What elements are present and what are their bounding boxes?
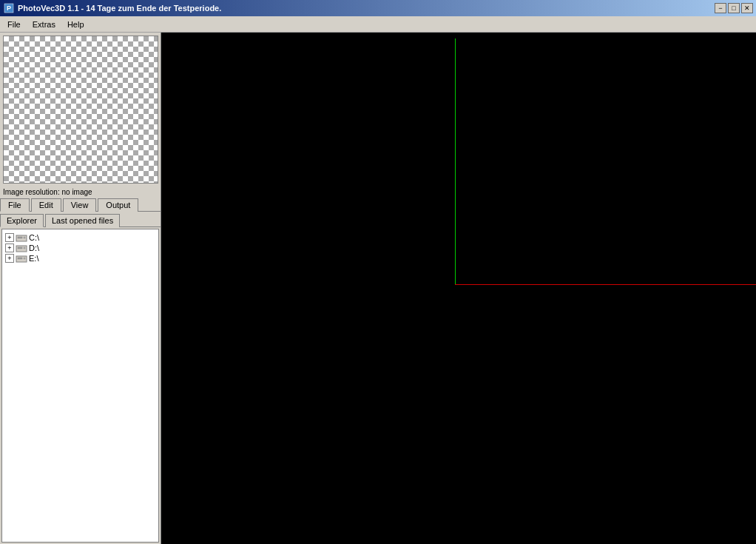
image-resolution-label: Image resolution: no image (0, 187, 161, 198)
drive-d-icon (16, 244, 27, 252)
title-bar-left: P PhotoVec3D 1.1 - 14 Tage zum Ende der … (3, 2, 221, 14)
svg-rect-3 (18, 237, 22, 238)
close-button[interactable]: ✕ (741, 3, 753, 13)
menu-extras[interactable]: Extras (27, 19, 61, 30)
sub-tabs-row: Explorer Last opened files (0, 213, 161, 227)
expand-d-icon[interactable]: + (5, 244, 14, 252)
sub-tab-explorer[interactable]: Explorer (0, 214, 44, 227)
expand-c-icon[interactable]: + (5, 233, 14, 242)
drive-c-icon (16, 233, 27, 242)
tree-item-c[interactable]: + C:\ (4, 232, 157, 243)
svg-rect-6 (18, 247, 22, 249)
title-controls: − □ ✕ (715, 3, 753, 13)
left-panel: Image resolution: no image File Edit Vie… (0, 33, 161, 544)
sub-tab-last-opened[interactable]: Last opened files (45, 214, 120, 227)
title-text: PhotoVec3D 1.1 - 14 Tage zum Ende der Te… (18, 4, 221, 13)
menu-file[interactable]: File (1, 19, 27, 30)
drive-e-label: E:\ (29, 254, 38, 263)
tab-edit[interactable]: Edit (31, 198, 61, 212)
svg-point-10 (24, 258, 26, 260)
tabs-row: File Edit View Output (0, 198, 161, 212)
main-container: Image resolution: no image File Edit Vie… (0, 33, 756, 544)
expand-e-icon[interactable]: + (5, 254, 14, 263)
tree-item-d[interactable]: + D:\ (4, 243, 157, 253)
tab-output[interactable]: Output (98, 198, 138, 212)
green-vertical-line (455, 38, 456, 284)
red-horizontal-line (455, 284, 756, 285)
explorer-panel: + C:\ + (1, 229, 159, 543)
menu-bar: File Extras Help (0, 16, 756, 33)
tab-file[interactable]: File (0, 198, 30, 212)
minimize-button[interactable]: − (715, 3, 726, 13)
maximize-button[interactable]: □ (728, 3, 740, 13)
image-preview (3, 36, 158, 184)
tab-view[interactable]: View (63, 198, 97, 212)
drive-e-icon (16, 254, 27, 263)
svg-rect-9 (18, 258, 22, 259)
app-icon: P (3, 2, 15, 14)
svg-point-4 (24, 237, 26, 239)
canvas-area (161, 33, 756, 544)
title-bar: P PhotoVec3D 1.1 - 14 Tage zum Ende der … (0, 0, 756, 16)
tree-item-e[interactable]: + E:\ (4, 253, 157, 263)
svg-point-7 (24, 247, 26, 249)
drive-c-label: C:\ (29, 233, 39, 242)
drive-d-label: D:\ (29, 244, 39, 252)
svg-text:P: P (7, 4, 11, 12)
menu-help[interactable]: Help (61, 19, 90, 30)
